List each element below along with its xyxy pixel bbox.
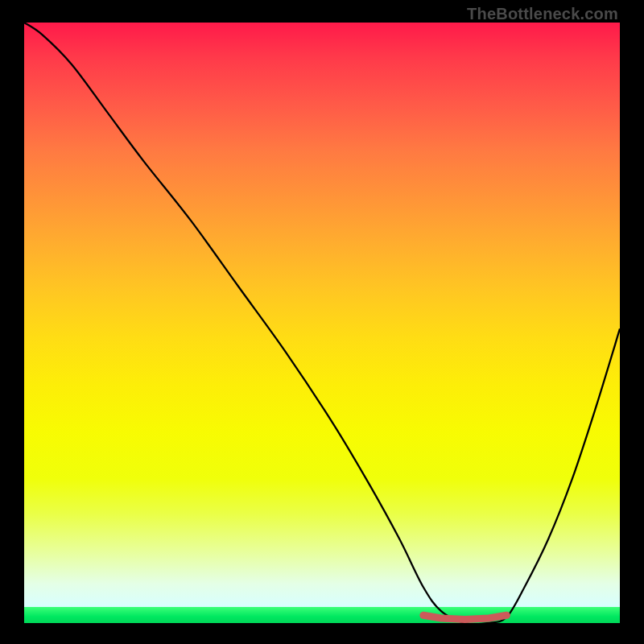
optimal-range-marker bbox=[423, 615, 507, 619]
watermark-text: TheBottleneck.com bbox=[467, 5, 618, 23]
plot-area bbox=[24, 23, 620, 623]
curve-layer bbox=[24, 23, 620, 623]
chart-frame: TheBottleneck.com bbox=[0, 0, 644, 644]
bottleneck-curve bbox=[24, 23, 620, 624]
